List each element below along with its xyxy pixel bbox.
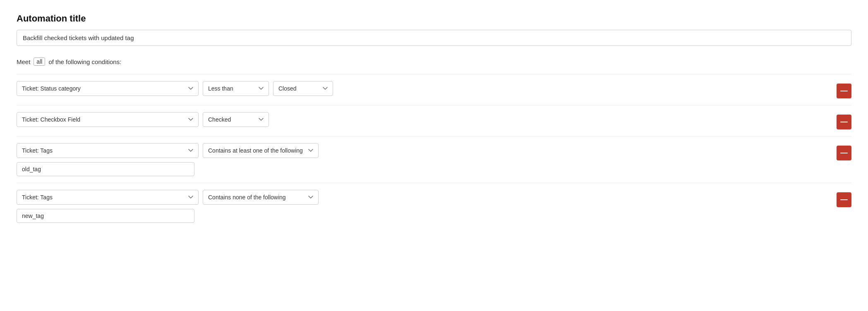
- condition-fields-2: Ticket: Status category Ticket: Checkbox…: [17, 112, 832, 127]
- condition-selects-4: Ticket: Status category Ticket: Checkbox…: [17, 190, 832, 205]
- minus-icon-3: —: [840, 149, 848, 156]
- operator-select-3[interactable]: Contains at least one of the following C…: [203, 143, 319, 158]
- minus-icon-2: —: [840, 118, 848, 125]
- condition-fields-3: Ticket: Status category Ticket: Checkbox…: [17, 143, 832, 176]
- condition-row-1: Ticket: Status category Ticket: Checkbox…: [17, 74, 851, 105]
- condition-fields-1: Ticket: Status category Ticket: Checkbox…: [17, 81, 832, 96]
- primary-select-3[interactable]: Ticket: Status category Ticket: Checkbox…: [17, 143, 199, 158]
- primary-select-2[interactable]: Ticket: Status category Ticket: Checkbox…: [17, 112, 199, 127]
- condition-row-2: Ticket: Status category Ticket: Checkbox…: [17, 105, 851, 136]
- remove-button-2[interactable]: —: [837, 115, 851, 129]
- row-4-actions: —: [837, 190, 851, 207]
- remove-button-4[interactable]: —: [837, 192, 851, 207]
- remove-button-1[interactable]: —: [837, 84, 851, 98]
- row-1-actions: —: [837, 81, 851, 98]
- condition-selects-1: Ticket: Status category Ticket: Checkbox…: [17, 81, 832, 96]
- tag-input-3[interactable]: [17, 162, 194, 176]
- condition-row-3: Ticket: Status category Ticket: Checkbox…: [17, 136, 851, 183]
- condition-selects-3: Ticket: Status category Ticket: Checkbox…: [17, 143, 832, 158]
- operator-select-2[interactable]: Checked Unchecked: [203, 112, 269, 127]
- conditions-header: Meet all of the following conditions:: [17, 57, 851, 66]
- automation-title-input[interactable]: [17, 30, 851, 46]
- value-select-1[interactable]: Closed Open Pending: [273, 81, 333, 96]
- condition-selects-2: Ticket: Status category Ticket: Checkbox…: [17, 112, 832, 127]
- conditions-prefix: Meet: [17, 58, 30, 65]
- minus-icon-1: —: [840, 87, 848, 94]
- automation-title-label: Automation title: [17, 13, 851, 24]
- conditions-suffix: of the following conditions:: [48, 58, 121, 65]
- operator-select-4[interactable]: Contains at least one of the following C…: [203, 190, 319, 205]
- tag-input-4[interactable]: [17, 209, 194, 223]
- minus-icon-4: —: [840, 196, 848, 203]
- primary-select-1[interactable]: Ticket: Status category Ticket: Checkbox…: [17, 81, 199, 96]
- primary-select-4[interactable]: Ticket: Status category Ticket: Checkbox…: [17, 190, 199, 205]
- condition-fields-4: Ticket: Status category Ticket: Checkbox…: [17, 190, 832, 223]
- row-3-actions: —: [837, 143, 851, 160]
- all-badge: all: [34, 57, 45, 66]
- row-2-actions: —: [837, 112, 851, 129]
- condition-row-4: Ticket: Status category Ticket: Checkbox…: [17, 183, 851, 230]
- remove-button-3[interactable]: —: [837, 146, 851, 160]
- operator-select-1[interactable]: Less than Greater than Equal to: [203, 81, 269, 96]
